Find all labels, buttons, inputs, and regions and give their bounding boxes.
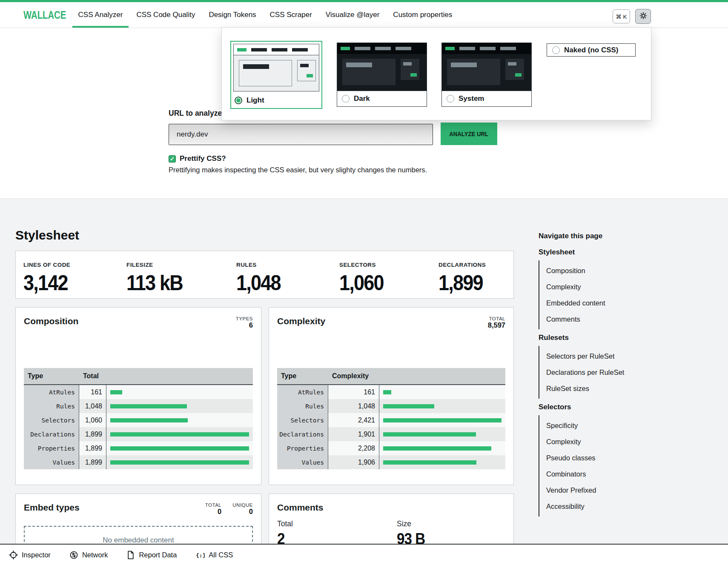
analyze-url-button[interactable]: ANALYZE URL [441,123,497,145]
nav-custom-properties[interactable]: Custom properties [386,2,459,28]
nav-design-tokens[interactable]: Design Tokens [202,2,263,28]
theme-option-naked-no-css[interactable]: Naked (no CSS) [547,43,636,57]
page-title: Stylesheet [15,228,79,243]
value-bar [110,404,187,408]
toolbar-item-label: Network [82,551,108,559]
table-row-atrules: AtRules161 [24,385,253,399]
page-nav-link-composition[interactable]: Composition [546,263,679,279]
row-type: Properties [24,441,79,455]
row-value: 1,899 [79,441,106,455]
nav-css-code-quality[interactable]: CSS Code Quality [129,2,202,28]
row-type: AtRules [277,385,328,399]
radio-light[interactable] [235,97,242,104]
row-type: Selectors [277,413,328,427]
column-header-type: Type [24,368,79,384]
table-row-properties: Properties1,899 [24,441,253,455]
theme-option-label: Naked (no CSS) [564,46,619,54]
page-nav-link-complexity[interactable]: Complexity [546,434,679,450]
embed-total-meta: TOTAL 0 [205,502,222,516]
theme-preview-dark [337,43,427,91]
table-row-declarations: Declarations1,901 [277,427,505,441]
stat-value: 1,048 [236,271,281,295]
page-nav-link-comments[interactable]: Comments [546,311,679,327]
theme-toggle-button[interactable] [635,9,651,24]
stat-label: FILESIZE [126,262,189,268]
toolbar-item-label: Inspector [22,551,51,559]
page-nav-list-rulesets: Selectors per RuleSetDeclarations per Ru… [539,346,679,399]
page-nav-link-specificity[interactable]: Specificity [546,417,679,434]
page-nav-link-embedded-content[interactable]: Embedded content [546,295,679,311]
row-value: 2,208 [328,441,379,455]
page-nav-heading-stylesheet: Stylesheet [539,248,679,257]
page-nav-list-stylesheet: CompositionComplexityEmbedded contentCom… [539,260,679,329]
theme-option-label: Light [246,96,264,105]
page-nav-title: Navigate this page [539,232,679,240]
page-nav-link-selectors-per-ruleset[interactable]: Selectors per RuleSet [546,348,679,364]
page-nav-link-complexity[interactable]: Complexity [546,279,679,295]
theme-option-light[interactable]: Light [230,41,322,109]
stat-filesize: FILESIZE113 kB [126,262,189,295]
value-bar [383,390,391,394]
page-nav-link-accessibility[interactable]: Accessibility [546,498,679,514]
prettify-checkbox[interactable]: ✓ [169,155,176,163]
page-nav-link-combinators[interactable]: Combinators [546,466,679,482]
composition-panel: Composition TYPES 6 TypeTotalAtRules161R… [15,307,261,485]
row-value: 1,060 [79,413,106,427]
page-nav-link-declarations-per-ruleset[interactable]: Declarations per RuleSet [546,364,679,380]
nav-visualize-layer[interactable]: Visualize @layer [319,2,387,28]
stat-selectors: SELECTORS1,060 [339,262,388,295]
table-row-rules: Rules1,048 [277,399,505,413]
value-bar [110,432,249,437]
radio-dark[interactable] [342,95,350,103]
stat-value: 1,060 [339,271,384,295]
wallace-app: WALLACE CSS AnalyzerCSS Code QualityDesi… [0,0,728,565]
toolbar-item-network[interactable]: Network [69,551,108,559]
prettify-help-text: Prettifying makes inspecting the CSS eas… [169,166,427,174]
stat-lines-of-code: LINES OF CODE3,142 [23,262,72,295]
complexity-title: Complexity [277,316,325,326]
row-type: Values [277,455,328,469]
value-bar [110,460,249,465]
radio-system[interactable] [447,95,454,103]
page-nav-link-pseudo-classes[interactable]: Pseudo classes [546,450,679,466]
row-value: 161 [79,385,106,399]
row-value: 1,048 [328,399,379,413]
value-bar [110,446,249,451]
toolbar-item-label: Report Data [139,551,177,559]
main-nav: CSS AnalyzerCSS Code QualityDesign Token… [72,2,459,28]
page-navigation: Navigate this page StylesheetComposition… [539,232,679,520]
wallace-logo[interactable]: WALLACE [23,2,66,28]
value-bar [383,432,476,437]
toolbar-item-report-data[interactable]: Report Data [126,551,177,559]
row-type: Declarations [24,427,79,441]
stat-label: DECLARATIONS [439,262,487,268]
row-value: 1,901 [328,427,379,441]
bottom-toolbar: InspectorNetworkReport Data{:}All CSS [0,544,728,565]
table-row-values: Values1,899 [24,455,253,469]
table-row-properties: Properties2,208 [277,441,505,455]
table-header-row: TypeTotal [24,368,253,385]
complexity-meta: TOTAL 8,597 [488,316,505,329]
page-nav-link-vendor-prefixed[interactable]: Vendor Prefixed [546,482,679,498]
theme-option-label: System [459,94,484,103]
column-header-type: Type [277,368,328,384]
command-palette-button[interactable]: ⌘ K [613,9,630,23]
table-row-rules: Rules1,048 [24,399,253,413]
theme-option-dark[interactable]: Dark [337,43,427,107]
network-icon [69,551,78,559]
toolbar-item-label: All CSS [209,551,233,559]
toolbar-item-all-css[interactable]: {:}All CSS [195,551,233,559]
toolbar-item-inspector[interactable]: Inspector [9,551,51,559]
theme-option-system[interactable]: System [441,43,532,107]
radio-naked-no-css[interactable] [552,46,560,54]
theme-preview-system [442,43,531,91]
nav-css-analyzer[interactable]: CSS Analyzer [72,2,130,28]
page-nav-link-ruleset-sizes[interactable]: RuleSet sizes [546,380,679,397]
row-type: Selectors [24,413,79,427]
value-bar [383,446,491,451]
stylesheet-stats: LINES OF CODE3,142FILESIZE113 kBRULES1,0… [15,251,514,299]
stat-value: 3,142 [23,271,68,295]
nav-css-scraper[interactable]: CSS Scraper [263,2,319,28]
url-input[interactable] [169,124,433,145]
table-header-row: TypeComplexity [277,368,505,385]
